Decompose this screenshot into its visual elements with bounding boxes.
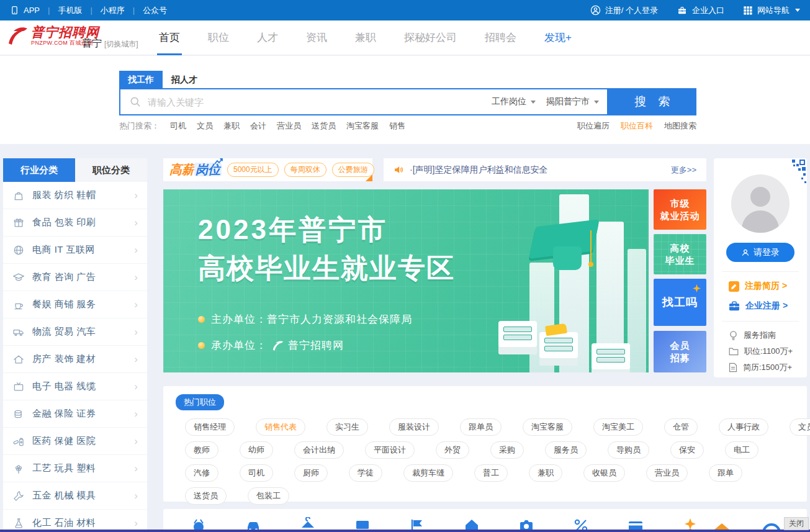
notice-more-link[interactable]: 更多>> <box>671 165 696 176</box>
hot-keyword-link[interactable]: 司机 <box>170 120 186 132</box>
avatar[interactable] <box>731 174 790 233</box>
promo-banner-membership[interactable]: 会员 招募 <box>654 331 706 372</box>
sidebar-category-item[interactable]: 电子 电器 线缆 › <box>3 373 147 400</box>
wechat-account-link[interactable]: 公众号 <box>143 5 167 16</box>
nav-item[interactable]: 招聘会 <box>485 20 516 55</box>
job-tag[interactable]: 销售经理 <box>185 418 235 436</box>
hot-keyword-link[interactable]: 营业员 <box>277 120 301 132</box>
sidebar-category-item[interactable]: 食品 包装 印刷 › <box>3 209 147 237</box>
job-tag[interactable]: 学徒 <box>349 464 382 482</box>
job-tag[interactable]: 普工 <box>474 464 508 482</box>
job-tag[interactable]: 司机 <box>240 464 273 482</box>
promo-banner-find-job[interactable]: 找工吗 <box>654 279 706 326</box>
sidebar-tab[interactable]: 行业分类 <box>3 158 75 182</box>
job-tag[interactable]: 实习生 <box>326 418 368 436</box>
mini-program-link[interactable]: 小程序 <box>101 5 125 16</box>
region-select[interactable]: 揭阳普宁市 <box>544 96 607 107</box>
chevron-right-icon: › <box>134 272 138 282</box>
nav-item[interactable]: 发现+ <box>544 20 572 55</box>
hot-keyword-link[interactable]: 销售 <box>389 120 405 132</box>
job-tag[interactable]: 收银员 <box>583 464 625 482</box>
promo-banner-graduates[interactable]: 高校 毕业生 <box>654 234 706 274</box>
job-tag[interactable]: 导购员 <box>608 441 649 459</box>
register-login-link[interactable]: 注册/ 个人登录 <box>590 5 658 16</box>
job-tag[interactable]: 外贸 <box>436 441 469 459</box>
high-salary-strip[interactable]: 高薪岗位 5000元以上 每周双休 公费旅游 <box>163 158 372 181</box>
job-tag[interactable]: 厨师 <box>294 464 328 482</box>
salary-filter-pill[interactable]: 公费旅游 <box>332 163 374 177</box>
salary-filter-pill[interactable]: 5000元以上 <box>227 163 279 177</box>
search-tab[interactable]: 找工作 <box>119 71 163 88</box>
close-ad-button[interactable]: 关闭 <box>784 517 809 530</box>
job-tag[interactable]: 服装设计 <box>389 418 439 436</box>
hot-keyword-link[interactable]: 送货员 <box>312 120 336 132</box>
job-tag[interactable]: 送货员 <box>185 487 227 505</box>
salary-filter-pill[interactable]: 每周双休 <box>284 163 326 177</box>
sidebar-category-item[interactable]: 服装 纺织 鞋帽 › <box>3 182 147 209</box>
promo-banner-city-employment[interactable]: 市级 就业活动 <box>654 189 706 230</box>
sidebar-category-item[interactable]: 医药 保健 医院 › <box>3 428 147 455</box>
service-guide-link[interactable]: 服务指南 <box>729 330 776 341</box>
nav-item[interactable]: 人才 <box>257 20 278 55</box>
job-tag[interactable]: 服务员 <box>545 441 587 459</box>
switch-city-link[interactable]: [切换城市] <box>104 40 138 48</box>
nav-item[interactable]: 探秘好公司 <box>404 20 457 55</box>
chevron-right-icon: › <box>134 463 138 474</box>
job-tag[interactable]: 采购 <box>490 441 524 459</box>
job-tag[interactable]: 电工 <box>725 441 758 459</box>
app-link[interactable]: APP <box>10 5 40 16</box>
nav-item[interactable]: 兼职 <box>355 20 376 55</box>
sidebar-category-item[interactable]: 电商 IT 互联网 › <box>3 237 147 264</box>
job-tag[interactable]: 包装工 <box>248 487 289 505</box>
hot-keyword-link[interactable]: 文员 <box>197 120 213 132</box>
nav-item[interactable]: 职位 <box>208 20 229 55</box>
hot-keyword-link[interactable]: 兼职 <box>223 120 240 132</box>
hot-keyword-link[interactable]: 会计 <box>250 120 266 132</box>
main-banner[interactable]: 2023年普宁市 高校毕业生就业专区 主办单位：普宁市人力资源和社会保障局 承办… <box>163 189 649 372</box>
job-tag[interactable]: 幼师 <box>240 441 273 459</box>
quick-link[interactable]: 职位百科 <box>621 120 653 132</box>
sidebar-category-item[interactable]: 物流 贸易 汽车 › <box>3 318 147 346</box>
sidebar-category-item[interactable]: 工艺 玩具 塑料 › <box>3 455 147 482</box>
mobile-version-link[interactable]: 手机版 <box>58 5 82 16</box>
site-nav-menu[interactable]: 网站导航 <box>743 5 800 16</box>
job-tag[interactable]: 淘宝美工 <box>593 418 643 436</box>
enterprise-entry-link[interactable]: 企业入口 <box>677 5 724 16</box>
sidebar-category-item[interactable]: 房产 装饰 建材 › <box>3 346 147 373</box>
job-tag[interactable]: 淘宝客服 <box>523 418 572 436</box>
search-button[interactable]: 搜 索 <box>608 88 696 115</box>
sidebar-tab[interactable]: 职位分类 <box>75 158 147 182</box>
login-button[interactable]: 请登录 <box>726 243 794 262</box>
job-tag[interactable]: 会计出纳 <box>294 441 344 459</box>
sidebar-category-item[interactable]: 餐娱 商铺 服务 › <box>3 291 147 318</box>
job-tag[interactable]: 营业员 <box>646 464 688 482</box>
sidebar-category-item[interactable]: 金融 保险 证券 › <box>3 400 147 428</box>
job-tag[interactable]: 兼职 <box>529 464 562 482</box>
register-resume-link[interactable]: 注册简历 > <box>729 281 787 292</box>
nav-item[interactable]: 资讯 <box>306 20 327 55</box>
job-tag[interactable]: 人事行政 <box>719 418 768 436</box>
job-tag[interactable]: 销售代表 <box>256 418 305 436</box>
job-tag[interactable]: 跟单 <box>709 464 742 482</box>
job-tag[interactable]: 跟单员 <box>460 418 502 436</box>
sidebar-category-item[interactable]: 五金 机械 模具 › <box>3 482 147 510</box>
sidebar-category-item[interactable]: 化工 石油 材料 › <box>3 510 147 532</box>
job-tag[interactable]: 保安 <box>670 441 704 459</box>
job-tag[interactable]: 教师 <box>185 441 218 459</box>
job-tag[interactable]: 文员 <box>790 418 810 436</box>
register-company-link[interactable]: 企业注册 > <box>729 300 788 312</box>
hot-keyword-link[interactable]: 淘宝客服 <box>346 120 379 132</box>
job-tag[interactable]: 仓管 <box>664 418 698 436</box>
search-input[interactable] <box>148 97 484 107</box>
notice-text[interactable]: ·[声明]坚定保障用户利益和信息安全 <box>410 165 547 176</box>
quick-link[interactable]: 地图搜索 <box>664 120 696 132</box>
sidebar-category-item[interactable]: 教育 咨询 广告 › <box>3 264 147 291</box>
search-tab[interactable]: 招人才 <box>163 71 206 88</box>
job-tag[interactable]: 裁剪车缝 <box>403 464 453 482</box>
quick-link[interactable]: 职位遍历 <box>577 120 610 132</box>
nav-item[interactable]: 首页 <box>159 20 180 55</box>
user-icon <box>741 248 750 257</box>
job-tag[interactable]: 汽修 <box>185 464 218 482</box>
job-type-select[interactable]: 工作岗位 <box>484 96 544 107</box>
job-tag[interactable]: 平面设计 <box>365 441 415 459</box>
